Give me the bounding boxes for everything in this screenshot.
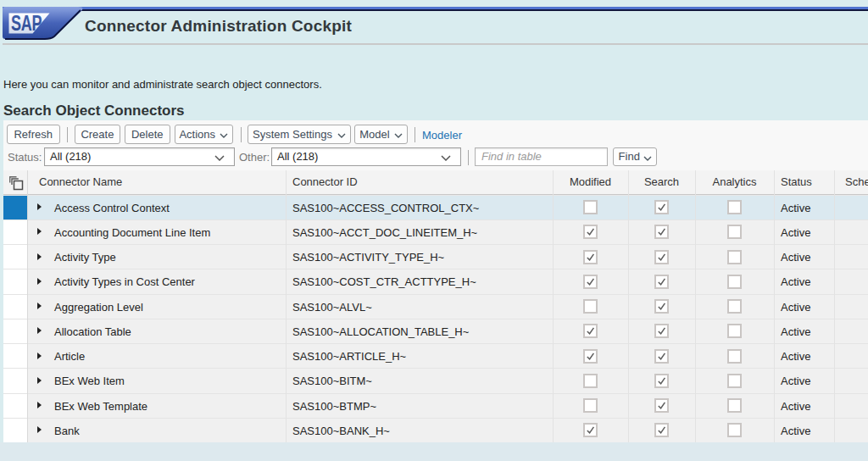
svg-text:SAP: SAP xyxy=(11,11,42,36)
